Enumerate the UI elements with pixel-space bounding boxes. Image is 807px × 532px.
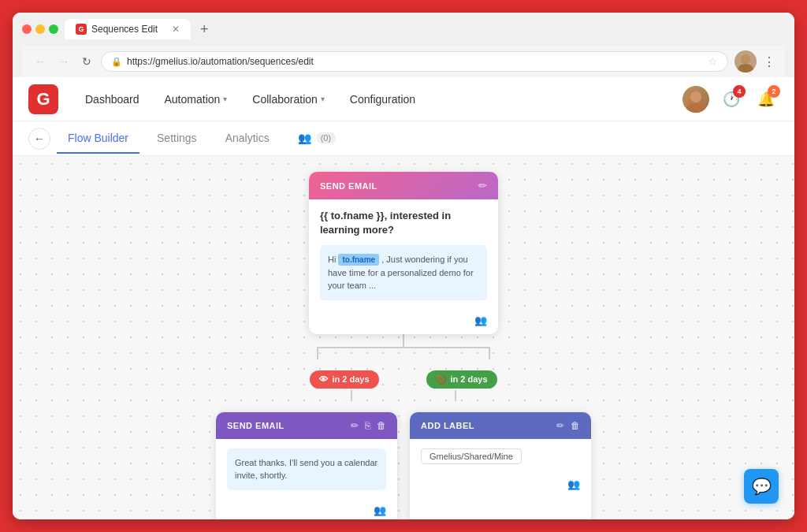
tab-collaboration[interactable]: 👥 (0) <box>287 124 347 154</box>
bottom-right-body: Gmelius/Shared/Mine <box>410 439 591 474</box>
forward-button[interactable]: → <box>55 54 73 69</box>
bottom-left-preview: Great thanks. I'll send you a calendar i… <box>227 448 386 490</box>
tab-title: Sequences Edit <box>91 24 158 35</box>
flow-container: SEND EMAIL ✏ {{ to.fname }}, interested … <box>183 172 624 519</box>
branch-badge-right[interactable]: 🚫 in 2 days <box>426 370 497 389</box>
analytics-label: Analytics <box>225 132 270 144</box>
bottom-right-card: ADD LABEL ✏ 🗑 Gmelius/Shared/Mine 👥 <box>410 412 591 519</box>
bottom-left-text: Great thanks. I'll send you a calendar i… <box>235 458 377 481</box>
mid-connectors <box>183 390 624 401</box>
top-card-edit-icon[interactable]: ✏ <box>478 180 487 192</box>
app-logo: G <box>28 84 58 114</box>
app-navbar: G Dashboard Automation ▾ Collaboration ▾… <box>13 77 794 121</box>
collaboration-chevron: ▾ <box>321 95 325 103</box>
right-mid-vline <box>455 390 456 401</box>
browser-addressbar: ← → ↻ 🔒 https://gmelius.io/automation/se… <box>22 46 785 77</box>
tab-close-button[interactable]: ✕ <box>172 24 180 35</box>
automation-label: Automation <box>165 93 221 106</box>
collaboration-label: Collaboration <box>252 93 318 106</box>
maximize-dot[interactable] <box>49 24 58 34</box>
tab-analytics[interactable]: Analytics <box>214 124 281 154</box>
top-card-footer: 👥 <box>309 310 498 334</box>
bottom-left-header: SEND EMAIL ✏ ⎘ 🗑 <box>216 412 397 439</box>
collaboration-count: (0) <box>316 132 336 143</box>
browser-titlebar: G Sequences Edit ✕ + ← → ↻ 🔒 https://gme… <box>13 13 794 77</box>
canvas-area: SEND EMAIL ✏ {{ to.fname }}, interested … <box>13 156 794 519</box>
preview-tag: to.fname <box>338 254 379 266</box>
delete-icon-right[interactable]: 🗑 <box>571 420 580 431</box>
email-subject: {{ to.fname }}, interested in learning m… <box>320 209 487 237</box>
branch-h-container <box>183 347 624 359</box>
dashboard-label: Dashboard <box>85 93 139 106</box>
card-collab-icon: 👥 <box>474 314 487 326</box>
preview-text1: Hi <box>328 255 336 264</box>
edit-icon-right[interactable]: ✏ <box>556 420 564 431</box>
app-frame: G Sequences Edit ✕ + ← → ↻ 🔒 https://gme… <box>0 0 807 532</box>
logo-letter: G <box>36 89 50 110</box>
back-nav-button[interactable]: ← <box>28 128 50 150</box>
bottom-right-header: ADD LABEL ✏ 🗑 <box>410 412 591 439</box>
bottom-right-actions: ✏ 🗑 <box>556 420 580 431</box>
branch-badges-row: 👁 in 2 days 🚫 in 2 days <box>183 370 624 389</box>
settings-label: Settings <box>157 132 197 144</box>
bottom-right-footer: 👥 <box>410 474 591 498</box>
bottom-cards-row: SEND EMAIL ✏ ⎘ 🗑 Great thanks. I'll send… <box>183 412 624 519</box>
tab-settings[interactable]: Settings <box>146 124 208 154</box>
copy-icon-left[interactable]: ⎘ <box>365 420 370 431</box>
no-eye-icon-right: 🚫 <box>436 374 447 385</box>
top-card-title: SEND EMAIL <box>320 181 377 191</box>
window-controls <box>22 24 58 34</box>
url-text: https://gmelius.io/automation/sequences/… <box>127 56 314 67</box>
top-send-email-card: SEND EMAIL ✏ {{ to.fname }}, interested … <box>309 172 498 334</box>
bottom-left-actions: ✏ ⎘ 🗑 <box>351 420 386 431</box>
close-dot[interactable] <box>22 24 32 34</box>
bottom-right-collab-icon: 👥 <box>567 478 580 490</box>
address-bar[interactable]: 🔒 https://gmelius.io/automation/sequence… <box>101 51 728 72</box>
bottom-left-footer: 👥 <box>216 500 397 519</box>
back-button[interactable]: ← <box>32 54 49 69</box>
clock-button[interactable]: 🕐 4 <box>719 87 744 112</box>
svg-point-2 <box>690 91 701 102</box>
bottom-left-collab-icon: 👥 <box>374 504 386 516</box>
more-button[interactable]: ⋮ <box>763 54 775 69</box>
svg-point-3 <box>686 103 705 113</box>
active-tab[interactable]: G Sequences Edit ✕ <box>65 19 191 39</box>
minimize-dot[interactable] <box>35 24 45 34</box>
browser-tabs: G Sequences Edit ✕ + <box>65 19 215 39</box>
label-tag: Gmelius/Shared/Mine <box>421 448 522 464</box>
top-vline <box>403 334 404 347</box>
profile-avatar-small[interactable] <box>734 50 757 73</box>
bell-badge: 2 <box>768 85 780 98</box>
chat-button[interactable]: 💬 <box>744 469 779 504</box>
nav-configuration[interactable]: Configuration <box>339 87 426 112</box>
user-avatar[interactable] <box>682 86 709 113</box>
browser-window: G Sequences Edit ✕ + ← → ↻ 🔒 https://gme… <box>13 13 794 519</box>
configuration-label: Configuration <box>350 93 415 106</box>
email-preview: Hi to.fname , Just wondering if you have… <box>320 245 487 300</box>
delete-icon-left[interactable]: 🗑 <box>377 420 386 431</box>
branch-badge-left[interactable]: 👁 in 2 days <box>310 370 378 389</box>
tab-flow-builder[interactable]: Flow Builder <box>57 124 139 154</box>
left-branch-vline <box>317 347 318 359</box>
svg-point-1 <box>738 64 753 73</box>
branch-label-left: in 2 days <box>332 374 369 384</box>
nav-automation[interactable]: Automation ▾ <box>154 87 239 112</box>
edit-icon-left[interactable]: ✏ <box>351 420 359 431</box>
left-mid-vline <box>351 390 352 401</box>
branch-label-right: in 2 days <box>451 374 488 384</box>
h-branch-line <box>317 347 490 348</box>
top-connector <box>183 334 624 347</box>
nav-collaboration[interactable]: Collaboration ▾ <box>241 87 336 112</box>
top-card-header: SEND EMAIL ✏ <box>309 172 498 199</box>
new-tab-button[interactable]: + <box>194 20 215 39</box>
nav-right: 🕐 4 🔔 2 <box>682 86 779 113</box>
sub-navbar: ← Flow Builder Settings Analytics 👥 (0) <box>13 121 794 156</box>
collaboration-tab-icon: 👥 <box>298 132 311 144</box>
bottom-left-card: SEND EMAIL ✏ ⎘ 🗑 Great thanks. I'll send… <box>216 412 397 519</box>
nav-dashboard[interactable]: Dashboard <box>74 87 151 112</box>
bookmark-icon[interactable]: ☆ <box>708 55 718 68</box>
top-card-body: {{ to.fname }}, interested in learning m… <box>309 199 498 310</box>
bell-button[interactable]: 🔔 2 <box>753 87 779 112</box>
reload-button[interactable]: ↻ <box>79 54 95 69</box>
right-branch-vline <box>489 347 490 359</box>
